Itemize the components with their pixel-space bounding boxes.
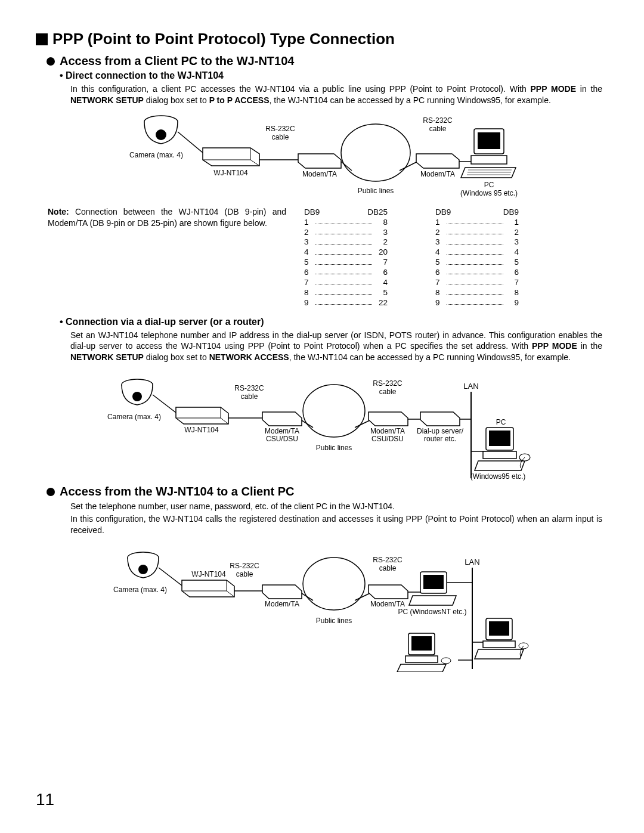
sub2-b3: NETWORK ACCESS (209, 352, 289, 362)
d1-rs2: RS-232C (423, 116, 453, 125)
svg-rect-30 (489, 431, 510, 446)
modem1-icon (262, 585, 302, 599)
d2-c2: cable (379, 388, 397, 396)
sub2-b2: NETWORK SETUP (70, 352, 144, 362)
sub1-b2: NETWORK SETUP (70, 95, 144, 105)
svg-point-17 (132, 392, 142, 401)
d1-public: Public lines (358, 187, 394, 195)
bullet-circle-icon (47, 57, 55, 66)
sub1-m1: in the (576, 84, 602, 94)
bullet-circle-icon (47, 488, 55, 496)
note-row: Note: Connection between the WJ-NT104 (D… (48, 206, 608, 308)
public-lines-icon (341, 124, 410, 181)
sub1-b3: P to P ACCESS (209, 95, 270, 105)
pin-row: 99 (435, 298, 519, 308)
diagram-direct-connection: Camera (max. 4) WJ-NT104 RS-232C cable M… (125, 111, 519, 200)
d2-router: router etc. (424, 435, 456, 443)
pc-nt-icon (409, 572, 456, 605)
sub1-paragraph: In this configuration, a client PC acces… (70, 83, 602, 106)
pins2-hl: DB9 (435, 208, 451, 218)
d1-wj-label: WJ-NT104 (213, 169, 248, 177)
modem2-icon (416, 154, 459, 168)
sectionb-para1: Set the telephone number, user name, pas… (70, 501, 602, 512)
sub2-pre: Set an WJ-NT104 telephone number and IP … (70, 330, 602, 351)
pin-row: 22 (435, 228, 519, 238)
sub1-text-pre: In this configuration, a client PC acces… (70, 84, 530, 94)
svg-rect-44 (423, 575, 444, 589)
d3-pcnt: PC (WindowsNT etc.) (398, 608, 466, 616)
sub2-m2: dialog box set to (144, 352, 209, 362)
note-text: Note: Connection between the WJ-NT104 (D… (48, 206, 286, 308)
pin-row: 57 (304, 258, 388, 268)
d1-modem1: Modem/TA (302, 170, 337, 178)
pc3-icon (397, 633, 451, 672)
section-b-title: Access from the WJ-NT104 to a Client PC (60, 485, 294, 498)
d3-lan: LAN (465, 558, 479, 566)
page-heading: PPP (Point to Point Protocol) Type Conne… (36, 30, 608, 48)
svg-rect-50 (483, 641, 515, 648)
d3-rs2: RS-232C (373, 556, 402, 564)
d3-rs1: RS-232C (230, 562, 259, 570)
d1-pcsub: (Windows 95 etc.) (460, 189, 518, 197)
d2-wj: WJ-NT104 (184, 426, 219, 434)
d1-rs1: RS-232C (265, 125, 295, 133)
d1-modem2: Modem/TA (420, 170, 455, 178)
modem2-icon (369, 585, 408, 599)
wj-box-icon (203, 148, 259, 166)
d2-m1: Modem/TA (265, 427, 299, 435)
d2-pcsub: (Windows95 etc.) (470, 472, 526, 481)
public-lines-icon (303, 385, 365, 437)
d3-m2: Modem/TA (370, 600, 405, 608)
pins1-hr: DB25 (367, 208, 388, 218)
pin-row: 18 (304, 218, 388, 228)
pin-row: 55 (435, 258, 519, 268)
sectionb-para2: In this configuration, the WJ-NT104 call… (70, 513, 602, 536)
section-b-heading: Access from the WJ-NT104 to a Client PC (47, 485, 608, 498)
pin-row: 32 (304, 237, 388, 247)
d2-csu1: CSU/DSU (266, 435, 298, 443)
svg-line-35 (159, 568, 182, 586)
pins1-hl: DB9 (304, 208, 320, 218)
camera-icon (144, 116, 178, 144)
svg-rect-12 (471, 156, 507, 164)
sub2-paragraph: Set an WJ-NT104 telephone number and IP … (70, 330, 602, 364)
note-body: Connection between the WJ-NT104 (DB 9-pi… (48, 207, 286, 228)
sub2-heading: • Connection via a dial-up server (or a … (60, 317, 608, 327)
modem2-icon (369, 412, 408, 426)
pin-row: 44 (435, 247, 519, 258)
sub1-heading: • Direct connection to the WJ-NT104 (60, 70, 608, 81)
svg-rect-55 (405, 656, 438, 662)
pin-table-db9-db9: DB9 DB9 112233445566778899 (435, 208, 519, 308)
d2-rs1: RS-232C (234, 384, 264, 392)
d2-m2: Modem/TA (370, 427, 405, 435)
pin-row: 88 (435, 288, 519, 298)
pin-row: 77 (435, 278, 519, 288)
sub1-m2: dialog box set to (144, 95, 209, 105)
pin-row: 74 (304, 278, 388, 288)
pin-row: 922 (304, 298, 388, 308)
d2-pub: Public lines (316, 444, 352, 452)
d2-rs2: RS-232C (373, 379, 402, 388)
svg-point-56 (441, 658, 451, 664)
pin-row: 66 (304, 268, 388, 278)
camera-icon (128, 552, 159, 578)
pin-row: 23 (304, 228, 388, 238)
d1-camera-label: Camera (max. 4) (129, 151, 183, 159)
pin-row: 85 (304, 288, 388, 298)
section-a-title: Access from a Client PC to the WJ-NT104 (60, 54, 294, 68)
pin-row: 11 (435, 218, 519, 228)
modem1-icon (298, 154, 341, 168)
svg-point-34 (138, 565, 148, 574)
svg-rect-49 (489, 621, 509, 636)
wj-box-icon (176, 407, 228, 424)
svg-rect-11 (478, 132, 500, 149)
public-lines-icon (303, 558, 365, 610)
d1-cable2: cable (429, 125, 447, 133)
d2-lan: LAN (463, 382, 478, 391)
square-bullet-icon (36, 33, 48, 45)
diagram-dialup-server: Camera (max. 4) WJ-NT104 RS-232C cable M… (107, 368, 537, 481)
d2-c1: cable (241, 392, 258, 401)
d1-cable1: cable (272, 133, 289, 141)
d3-c1: cable (236, 570, 253, 578)
d2-dial: Dial-up server/ (417, 427, 464, 435)
